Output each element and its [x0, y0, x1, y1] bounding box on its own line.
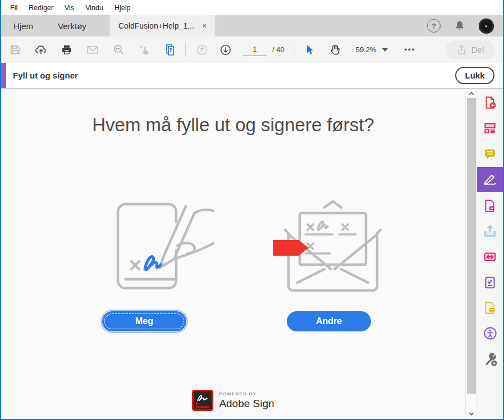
powered-by-label: POWERED BY	[219, 391, 274, 396]
document-area: Hvem må fylle ut og signere først?	[1, 89, 465, 419]
adobe-sign-label: Adobe Sign	[219, 398, 274, 410]
accessibility-icon[interactable]	[477, 321, 503, 345]
adobe-sign-logo-icon	[192, 390, 213, 411]
print-icon[interactable]	[61, 44, 73, 56]
share-button-label: Del	[471, 45, 484, 54]
upload-cloud-icon[interactable]	[35, 44, 47, 56]
fill-sign-header: Fyll ut og signer Lukk	[1, 63, 503, 89]
document-tab-label: ColdFusion+Help_1...	[118, 21, 194, 30]
prepare-form-icon[interactable]	[477, 270, 503, 295]
main-area: Hvem må fylle ut og signere først?	[1, 89, 503, 419]
search-zoom-icon[interactable]	[112, 44, 125, 56]
scroll-up-icon[interactable]	[466, 90, 477, 98]
help-icon[interactable]: ?	[427, 19, 441, 33]
page-title: Hvem må fylle ut og signere først?	[1, 114, 465, 136]
sign-touch-icon[interactable]	[138, 44, 150, 56]
tab-document[interactable]: ColdFusion+Help_1... ×	[109, 15, 216, 36]
menu-rediger[interactable]: Rediger	[23, 0, 59, 15]
scrollbar-thumb[interactable]	[467, 98, 476, 394]
menu-fil[interactable]: Fil	[4, 0, 23, 15]
page-total-label: / 40	[272, 45, 285, 54]
fill-sign-title: Fyll ut og signer	[13, 71, 78, 80]
page-number-input[interactable]	[243, 43, 267, 56]
menu-bar: Fil Rediger Vis Vindu Hjelp	[1, 0, 503, 15]
sign-document-illustration	[108, 199, 214, 295]
menu-vindu[interactable]: Vindu	[80, 0, 109, 15]
share-icon	[457, 45, 466, 55]
request-comments-icon[interactable]	[477, 296, 503, 320]
share-button[interactable]: Del	[446, 40, 495, 59]
powered-by-block: POWERED BY Adobe Sign	[1, 390, 465, 411]
tab-home[interactable]: Hjem	[1, 15, 45, 36]
zoom-dropdown-caret-icon[interactable]	[381, 44, 389, 56]
combine-files-icon[interactable]	[477, 116, 503, 140]
menu-hjelp[interactable]: Hjelp	[109, 0, 136, 15]
compress-pdf-icon[interactable]	[477, 244, 503, 269]
next-page-icon[interactable]	[219, 44, 232, 56]
sign-others-button[interactable]: Andre	[287, 311, 371, 331]
select-cursor-icon[interactable]	[303, 44, 315, 56]
zoom-level-value[interactable]: 59.2%	[356, 45, 377, 54]
close-fill-sign-button[interactable]: Lukk	[455, 67, 494, 84]
tab-tools[interactable]: Verktøy	[45, 15, 99, 36]
vertical-scrollbar[interactable]	[465, 89, 477, 419]
previous-page-icon[interactable]	[196, 44, 208, 56]
toolbar: / 40 59.2% ••• Del	[1, 36, 503, 63]
more-tools-icon[interactable]: •••	[405, 45, 416, 54]
scroll-down-icon[interactable]	[466, 410, 477, 418]
edit-pdf-icon[interactable]	[477, 193, 503, 218]
tools-sidebar	[476, 89, 503, 419]
send-envelope-illustration	[273, 197, 393, 297]
page-thumbnails-icon[interactable]	[164, 44, 176, 56]
email-icon[interactable]	[86, 44, 99, 56]
tab-bar: Hjem Verktøy ColdFusion+Help_1... × ? ◉	[1, 15, 503, 36]
hand-tool-icon[interactable]	[329, 44, 341, 56]
sign-me-button[interactable]: Meg	[102, 311, 186, 331]
notifications-bell-icon[interactable]	[454, 20, 465, 31]
purple-accent-strip	[1, 63, 6, 88]
export-pdf-icon[interactable]	[477, 219, 503, 243]
add-tools-icon[interactable]	[477, 347, 503, 371]
close-tab-icon[interactable]: ×	[202, 22, 207, 30]
create-pdf-icon[interactable]	[477, 90, 503, 115]
save-icon[interactable]	[9, 44, 21, 56]
menu-vis[interactable]: Vis	[59, 0, 80, 15]
toolbar-separator	[295, 43, 295, 57]
toolbar-separator	[185, 43, 186, 57]
tabbar-right-group: ? ◉	[427, 15, 503, 36]
account-avatar[interactable]: ◉	[479, 19, 494, 34]
fill-and-sign-icon[interactable]	[477, 167, 503, 192]
comment-icon[interactable]	[477, 141, 503, 166]
